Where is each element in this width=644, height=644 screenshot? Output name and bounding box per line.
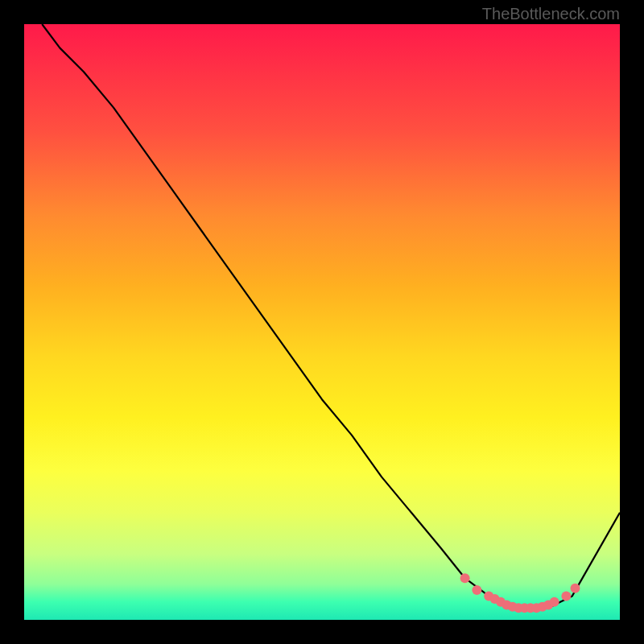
svg-point-15 bbox=[571, 584, 580, 593]
curve-line bbox=[42, 24, 620, 608]
svg-point-14 bbox=[561, 591, 571, 601]
highlight-dots bbox=[460, 573, 580, 613]
plot-area bbox=[24, 24, 620, 620]
svg-point-0 bbox=[460, 573, 470, 583]
svg-point-1 bbox=[472, 585, 481, 595]
chart-svg bbox=[24, 24, 620, 620]
chart-frame: TheBottleneck.com bbox=[0, 0, 644, 644]
attribution-text: TheBottleneck.com bbox=[482, 5, 620, 23]
svg-point-13 bbox=[550, 597, 559, 607]
